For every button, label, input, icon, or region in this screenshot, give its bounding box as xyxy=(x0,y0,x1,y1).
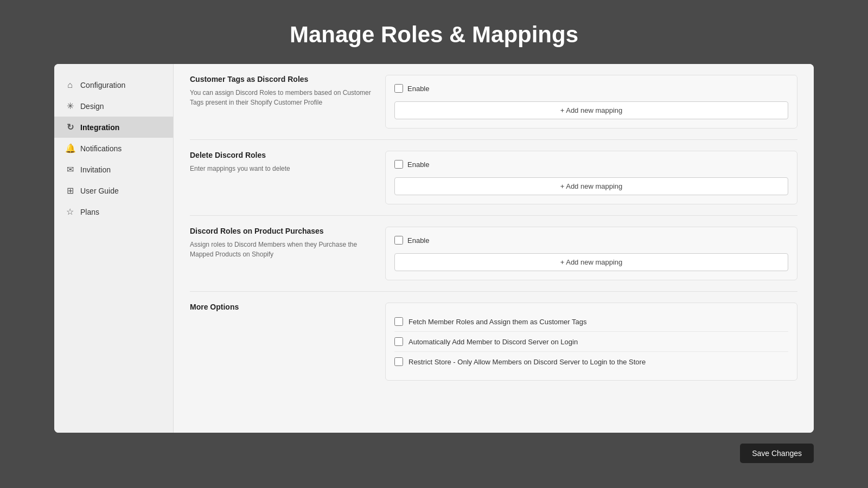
option-label-fetch: Fetch Member Roles and Assign them as Cu… xyxy=(409,318,587,326)
page-title: Manage Roles & Mappings xyxy=(0,22,868,48)
checkbox-auto-add[interactable] xyxy=(394,337,403,346)
sidebar-item-design[interactable]: ✳ Design xyxy=(54,95,173,117)
enable-checkbox-product[interactable] xyxy=(394,236,403,245)
sidebar-label-configuration: Configuration xyxy=(80,81,125,89)
option-row-fetch: Fetch Member Roles and Assign them as Cu… xyxy=(394,312,788,332)
section-left-customer-tags: Customer Tags as Discord Roles You can a… xyxy=(190,75,374,129)
enable-checkbox-delete[interactable] xyxy=(394,160,403,169)
checkbox-fetch-roles[interactable] xyxy=(394,317,403,326)
add-mapping-button-customer-tags[interactable]: + Add new mapping xyxy=(394,101,788,119)
sidebar-label-plans: Plans xyxy=(80,208,99,216)
enable-row-customer-tags: Enable xyxy=(394,84,788,93)
sidebar-label-invitation: Invitation xyxy=(80,165,111,174)
user-guide-icon: ⊞ xyxy=(65,185,75,196)
section-title-customer-tags: Customer Tags as Discord Roles xyxy=(190,75,374,84)
section-right-delete: Enable + Add new mapping xyxy=(385,151,797,204)
add-mapping-button-delete[interactable]: + Add new mapping xyxy=(394,177,788,195)
section-product-purchases: Discord Roles on Product Purchases Assig… xyxy=(190,227,797,292)
invitation-icon: ✉ xyxy=(65,164,75,175)
section-title-more: More Options xyxy=(190,303,374,311)
section-left-product: Discord Roles on Product Purchases Assig… xyxy=(190,227,374,280)
sidebar-item-plans[interactable]: ☆ Plans xyxy=(54,201,173,222)
sidebar-item-user-guide[interactable]: ⊞ User Guide xyxy=(54,180,173,201)
sidebar-item-integration[interactable]: ↻ Integration xyxy=(54,117,173,138)
footer: Save Changes xyxy=(0,433,868,474)
section-customer-tags: Customer Tags as Discord Roles You can a… xyxy=(190,75,797,140)
add-mapping-button-product[interactable]: + Add new mapping xyxy=(394,253,788,271)
content-area: Customer Tags as Discord Roles You can a… xyxy=(174,64,814,433)
enable-checkbox-customer-tags[interactable] xyxy=(394,84,403,93)
enable-label-product: Enable xyxy=(407,236,429,245)
plans-icon: ☆ xyxy=(65,207,75,217)
option-label-restrict: Restrict Store - Only Allow Members on D… xyxy=(409,358,646,366)
section-delete-discord-roles: Delete Discord Roles Enter mappings you … xyxy=(190,151,797,216)
sidebar-item-invitation[interactable]: ✉ Invitation xyxy=(54,159,173,180)
integration-icon: ↻ xyxy=(65,122,75,132)
section-desc-product: Assign roles to Discord Members when the… xyxy=(190,240,374,259)
section-title-product: Discord Roles on Product Purchases xyxy=(190,227,374,235)
notifications-icon: 🔔 xyxy=(65,143,75,153)
sidebar-label-notifications: Notifications xyxy=(80,144,122,153)
enable-row-product: Enable xyxy=(394,236,788,245)
section-title-delete: Delete Discord Roles xyxy=(190,151,374,159)
section-right-product: Enable + Add new mapping xyxy=(385,227,797,280)
main-container: ⌂ Configuration ✳ Design ↻ Integration 🔔… xyxy=(54,64,814,433)
sidebar-label-design: Design xyxy=(80,102,104,111)
checkbox-restrict[interactable] xyxy=(394,357,403,366)
sidebar-item-configuration[interactable]: ⌂ Configuration xyxy=(54,75,173,95)
section-more-options: More Options Fetch Member Roles and Assi… xyxy=(190,303,797,391)
section-desc-delete: Enter mappings you want to delete xyxy=(190,164,374,174)
sidebar-item-notifications[interactable]: 🔔 Notifications xyxy=(54,138,173,159)
enable-row-delete: Enable xyxy=(394,160,788,169)
sidebar-label-user-guide: User Guide xyxy=(80,187,119,195)
option-label-auto-add: Automatically Add Member to Discord Serv… xyxy=(409,338,578,346)
sidebar-label-integration: Integration xyxy=(80,123,119,132)
save-changes-button[interactable]: Save Changes xyxy=(740,444,814,463)
section-right-customer-tags: Enable + Add new mapping xyxy=(385,75,797,129)
page-header: Manage Roles & Mappings xyxy=(0,0,868,64)
option-row-restrict: Restrict Store - Only Allow Members on D… xyxy=(394,352,788,371)
design-icon: ✳ xyxy=(65,101,75,111)
enable-label-customer-tags: Enable xyxy=(407,85,429,93)
section-right-more: Fetch Member Roles and Assign them as Cu… xyxy=(385,303,797,381)
section-desc-customer-tags: You can assign Discord Roles to members … xyxy=(190,88,374,107)
enable-label-delete: Enable xyxy=(407,160,429,169)
section-left-more: More Options xyxy=(190,303,374,381)
sidebar: ⌂ Configuration ✳ Design ↻ Integration 🔔… xyxy=(54,64,174,433)
section-left-delete: Delete Discord Roles Enter mappings you … xyxy=(190,151,374,204)
option-row-auto-add: Automatically Add Member to Discord Serv… xyxy=(394,332,788,352)
home-icon: ⌂ xyxy=(65,80,75,90)
